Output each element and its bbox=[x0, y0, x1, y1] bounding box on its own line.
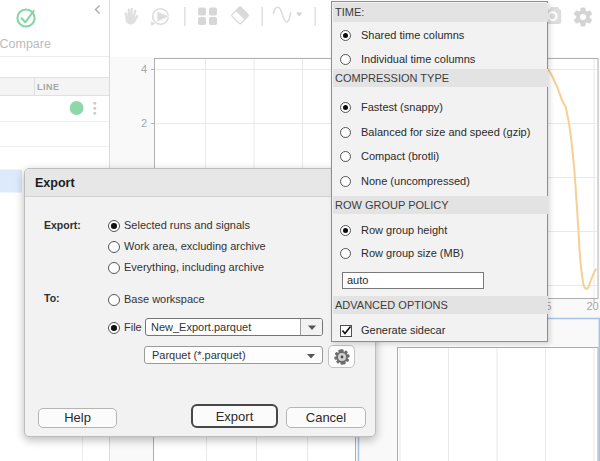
svg-text:2: 2 bbox=[141, 117, 147, 129]
svg-text:4: 4 bbox=[141, 63, 147, 75]
svg-text:Compare: Compare bbox=[0, 37, 51, 51]
svg-text:20: 20 bbox=[586, 300, 598, 312]
